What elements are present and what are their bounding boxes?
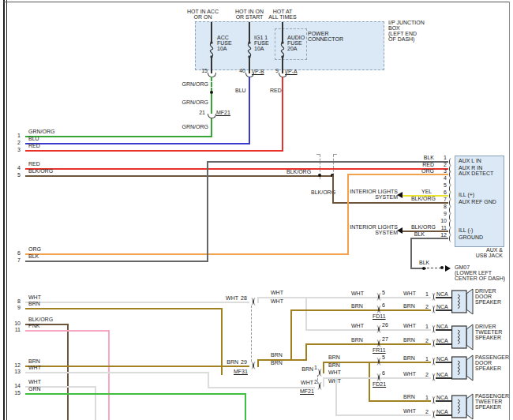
radio-pin-number: 14 [9,383,21,388]
nca-label: NCA [436,324,448,329]
wire-blkorg [25,175,334,177]
wire-label: RED [28,143,40,148]
fuse-icon [245,41,253,58]
wire-wht [25,302,249,303]
nca-label: NCA [436,372,448,377]
wire-label: BRN [403,355,415,361]
wire-label: BRN [403,394,415,399]
wire-label: BLK/ORG [28,317,53,322]
wire-brn [25,308,223,309]
aux-pin-number: 10 [437,218,447,223]
ground-arrow-icon [445,265,451,272]
inline-pin-number: 5 [382,354,385,360]
wire-red [282,77,283,151]
wire-label: BRN [351,303,363,309]
wiring-diagram: POWER CONNECTOR I/P JUNCTION BOX (LEFT E… [0,0,513,420]
aux-pin-number: 1 [437,155,447,160]
wire-brn [369,362,370,402]
aux-pin-number: 4 [437,175,447,181]
aux-pin-label: ILL (-) [459,227,473,233]
wire-brn [305,343,431,345]
fusebox-pin-number: 15 [191,68,208,73]
fuse-wire [211,22,212,43]
wire-label: WHT [28,365,41,370]
radio-pin-number: 1 [9,133,21,138]
wire-label: BLK/ORG [407,224,436,230]
nca-label: NCA [436,356,448,362]
speaker-pin-number: 2 [419,409,429,414]
speaker-pin-number: 2 [419,372,429,377]
fuse-wire [282,22,283,43]
wire-label: WHT [271,298,283,304]
aux-pin-number: 6 [437,189,447,195]
radio-pin-number: 4 [9,165,21,171]
wire-blk [207,161,208,262]
aux-pin-number: 2 [437,162,447,167]
wire-label: WHT [403,323,416,328]
wire-wht [208,387,315,388]
wire-label: BLK/ORG [28,168,53,174]
radio-pin-number: 15 [9,390,21,396]
wire-brn [25,366,249,367]
speaker-name: DRIVER DOOR SPEAKER [475,288,501,305]
wire-brn [290,309,292,361]
wire-blkorg [332,175,334,203]
wire-label: BRN [351,337,363,343]
inline-pin-number: 5 [382,290,385,295]
speaker-stub-wire [436,329,452,331]
wire-label: WHT [328,378,341,384]
wire-blu [249,77,250,144]
wire-wht [25,372,209,373]
aux-pin-number: 3 [437,168,447,174]
wire-label: BRN [328,354,340,360]
wire-label: BRN [328,362,340,368]
hot-feed-label: HOT AT ALL TIMES [259,9,306,20]
fuse-wire [249,57,250,73]
fuse-icon [279,41,286,58]
wire-label: WHT [403,371,416,377]
wire-brn [305,343,307,361]
fuse-label: IG1 1 FUSE 10A [254,35,269,51]
wire-label: WHT [28,294,41,300]
mf31-connector-line [251,306,252,362]
wire-brn [290,309,431,311]
speaker-stub-wire [436,400,452,402]
wire-label: ORG [28,246,41,252]
wire-label: GRN/ORG [182,124,208,129]
speaker-name: PASSENGER DOOR SPEAKER [475,354,509,371]
inline-pin-number: 26 [382,322,388,328]
fusebox-pin-number: 9 [262,68,279,73]
wire-label: BLK/ORG [407,196,436,201]
wire-label: WHT [351,291,364,296]
ground-dot [440,266,444,269]
speaker-pin-number: 1 [419,356,429,362]
wire-label: BLK [407,231,425,237]
aux-pin-number: 8 [437,204,447,209]
wire-grnorg [25,136,212,137]
wire-label: GRN [28,386,41,392]
junction-box-label: I/P JUNCTION BOX (LEFT END OF DASH) [388,20,425,42]
wire-blk [410,238,448,239]
ground-label: GM07 (LOWER LEFT CENTER OF DASH) [455,264,505,281]
radio-pin-number: 10 [9,321,21,326]
wire-pnk [25,330,110,332]
wire-label: RED [28,161,40,167]
nca-label: NCA [436,304,448,309]
aux-title: AUX & USB JACK [455,247,503,258]
junction-dot [318,174,321,177]
wire-label: BRN [271,352,283,358]
wire-label: WHT [403,408,416,414]
radio-pin-number: 11 [9,327,21,332]
wire-label: BRN [271,360,283,366]
wire-label: WHT [221,295,238,301]
radio-pin-number: 3 [9,147,21,152]
interior-lights-label: INTERIOR LIGHTS SYSTEM [347,189,398,200]
speaker-pin-number: 1 [419,324,429,329]
radio-pin-number: 2 [9,140,21,145]
inline-pin-number: 6 [382,370,385,376]
wire-label: ORG [414,168,434,174]
wire-label: WHT [328,369,341,375]
nca-label: NCA [436,338,448,343]
wire-blk [410,238,412,269]
wire-yel [403,195,448,197]
